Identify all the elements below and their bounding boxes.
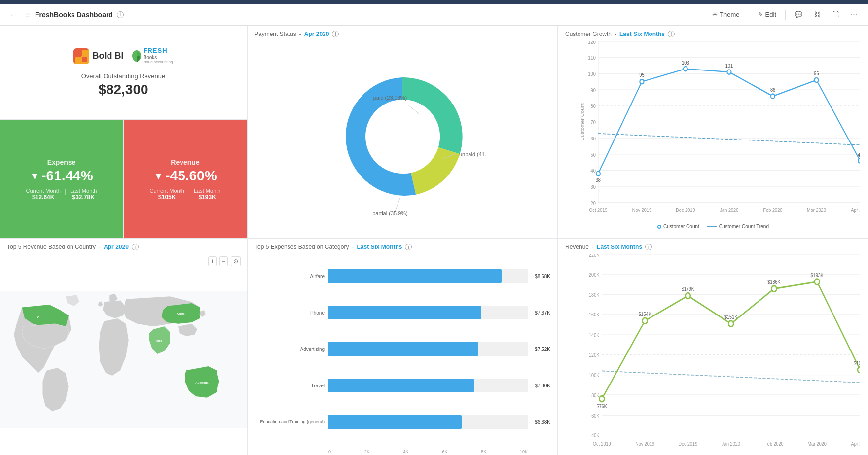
expense-subrow: Current Month $12.64K | Last Month $32.7… <box>26 188 97 201</box>
map-title: Top 5 Revenue Based on Country <box>7 244 96 250</box>
expense-current-val: $12.64K <box>32 194 54 201</box>
svg-point-37 <box>640 79 644 84</box>
theme-button[interactable]: ✳ Theme <box>707 9 744 20</box>
svg-text:Jan 2020: Jan 2020 <box>720 207 739 213</box>
edit-button[interactable]: ✎ Edit <box>753 9 781 20</box>
svg-rect-0 <box>75 50 81 56</box>
payment-status-title: Payment Status <box>254 31 296 37</box>
bar-fill-advertising <box>328 342 478 356</box>
svg-text:Apr 2020: Apr 2020 <box>851 441 860 447</box>
svg-text:101: 101 <box>725 63 733 69</box>
svg-line-35 <box>598 134 860 145</box>
svg-text:110: 110 <box>588 55 596 61</box>
map-area: + − ⊙ C... <box>0 252 247 455</box>
legend-customer-count: Customer Count <box>657 224 699 229</box>
edit-icon: ✎ <box>758 11 763 18</box>
svg-text:$105K: $105K <box>854 360 860 366</box>
link-button[interactable]: ⛓ <box>809 9 826 20</box>
svg-point-89 <box>858 367 860 373</box>
customer-growth-period: Last Six Months <box>619 31 665 37</box>
customer-growth-info[interactable]: i <box>668 31 675 37</box>
logo-area: Bold BI FRESH Books cloud accounting <box>0 26 247 119</box>
bar-fill-airfare <box>328 269 502 283</box>
svg-point-39 <box>727 70 731 74</box>
svg-line-82 <box>602 371 860 383</box>
svg-point-41 <box>814 78 818 82</box>
comment-button[interactable]: 💬 <box>790 9 807 20</box>
back-button[interactable]: ← <box>6 9 21 21</box>
more-icon: ⋯ <box>851 11 857 18</box>
customer-growth-header: Customer Growth - Last Six Months i <box>558 26 868 39</box>
revenue-current-label: Current Month <box>150 188 184 194</box>
revenue-last-label: Last Month <box>194 188 220 194</box>
theme-icon: ✳ <box>712 11 718 18</box>
svg-point-87 <box>771 286 776 292</box>
revenue-card: Revenue ▼ -45.60% Current Month $105K | … <box>124 120 247 238</box>
revenue-months-period: Last Six Months <box>597 244 642 250</box>
map-zoom-in[interactable]: + <box>208 256 217 266</box>
svg-point-4 <box>365 100 439 174</box>
panel-topleft: Bold BI FRESH Books cloud accounting <box>0 26 247 238</box>
revenue-current-val: $105K <box>158 194 176 201</box>
freshbooks-logo: FRESH Books cloud accounting <box>131 47 173 64</box>
revenue-months-info[interactable]: i <box>645 244 652 250</box>
expense-pct: ▼ -61.44% <box>30 168 93 184</box>
svg-text:Dec 2019: Dec 2019 <box>678 441 697 447</box>
map-info[interactable]: i <box>132 244 139 250</box>
bar-val-phone: $7.67K <box>535 310 550 315</box>
more-button[interactable]: ⋯ <box>846 9 862 20</box>
payment-status-info[interactable]: i <box>332 31 339 37</box>
donut-chart: paid (23.08%) unpaid (41.03%) partial (3… <box>248 39 557 234</box>
dashboard: Bold BI FRESH Books cloud accounting <box>0 26 868 455</box>
svg-text:Mar 2020: Mar 2020 <box>808 441 827 447</box>
expenses-info[interactable]: i <box>405 244 412 250</box>
panel-revenue-months: Revenue - Last Six Months i <box>558 239 868 455</box>
revenue-months-chart: 220K 200K 180K 160K 140K 120K 100K 80K 6… <box>558 252 868 455</box>
svg-text:30: 30 <box>591 184 596 190</box>
svg-text:Feb 2020: Feb 2020 <box>764 441 784 447</box>
title-info-icon[interactable]: i <box>117 11 124 18</box>
svg-text:Nov 2019: Nov 2019 <box>632 207 652 213</box>
svg-text:Apr 2020: Apr 2020 <box>851 207 860 213</box>
map-header: Top 5 Revenue Based on Country - Apr 202… <box>0 239 247 252</box>
revenue-arrow: ▼ <box>153 171 163 182</box>
map-reset[interactable]: ⊙ <box>231 256 241 266</box>
svg-text:China: China <box>177 312 185 315</box>
expenses-chart: Airfare $8.68K Phone $7.67K Adve <box>248 252 557 455</box>
expand-button[interactable]: ⛶ <box>828 9 844 20</box>
customer-growth-title: Customer Growth <box>565 31 612 37</box>
freshbooks-text1: FRESH <box>143 47 173 54</box>
svg-text:$193K: $193K <box>811 272 824 278</box>
svg-text:$151K: $151K <box>724 315 738 320</box>
svg-text:86: 86 <box>770 87 776 93</box>
revenue-last-val: $193K <box>199 194 216 201</box>
x-tick-0: 0 <box>328 449 331 454</box>
svg-text:95: 95 <box>639 72 645 78</box>
svg-text:Oct 2019: Oct 2019 <box>589 207 608 213</box>
customer-growth-svg: 20 30 40 50 60 70 80 90 100 110 120 Cust… <box>578 41 860 220</box>
svg-point-40 <box>771 94 775 98</box>
bar-education: Education and Training (general) $6.68K <box>255 415 528 429</box>
payment-status-period: Apr 2020 <box>304 31 329 37</box>
revenue-months-svg: 220K 200K 180K 160K 140K 120K 100K 80K 6… <box>582 254 860 453</box>
svg-rect-1 <box>82 50 87 56</box>
revenue-subrow: Current Month $105K | Last Month $193K <box>150 188 221 201</box>
expenses-period: Last Six Months <box>357 244 402 250</box>
svg-text:100K: 100K <box>589 373 600 379</box>
svg-text:50: 50 <box>591 152 596 158</box>
customer-growth-chart: 20 30 40 50 60 70 80 90 100 110 120 Cust… <box>558 39 868 222</box>
svg-line-10 <box>395 198 400 211</box>
expense-current-label: Current Month <box>26 188 61 194</box>
favorite-icon[interactable]: ☆ <box>25 11 31 19</box>
expand-icon: ⛶ <box>832 11 839 18</box>
bar-fill-travel <box>328 379 474 392</box>
svg-text:unpaid (41.03%): unpaid (41.03%) <box>459 151 486 157</box>
svg-text:96: 96 <box>814 70 819 76</box>
map-zoom-out[interactable]: − <box>219 256 228 266</box>
panel-expenses: Top 5 Expenses Based on Category - Last … <box>248 239 557 455</box>
boldbi-icon <box>73 48 89 64</box>
bar-fill-education <box>328 415 462 429</box>
bar-val-airfare: $8.68K <box>535 274 550 279</box>
svg-text:$76K: $76K <box>597 403 608 409</box>
x-tick-10k: 10K <box>520 449 528 454</box>
